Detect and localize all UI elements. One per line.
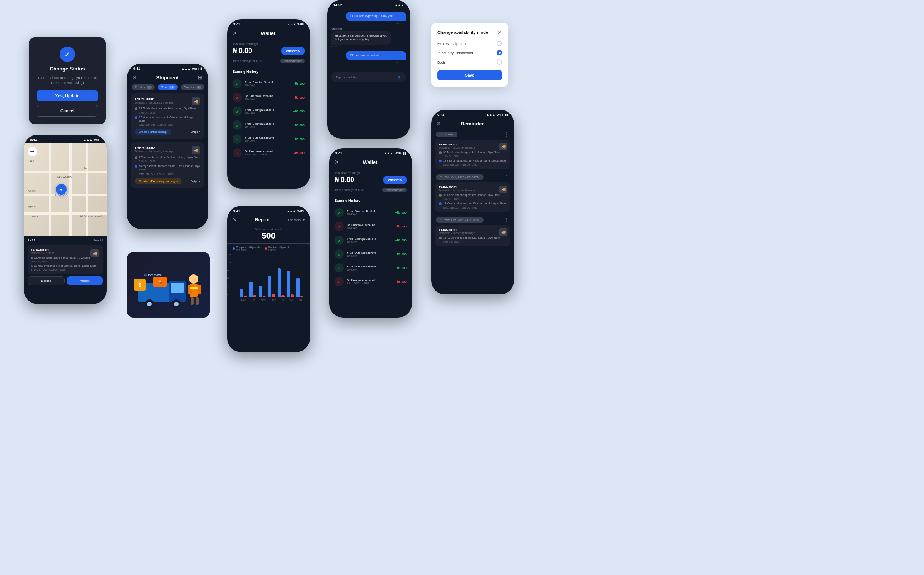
clock-icon: ⏱ — [440, 133, 443, 136]
svg-point-4 — [147, 302, 152, 306]
signal-icon: ▲▲▲ — [181, 67, 191, 70]
signal-icon: ▲▲▲ — [384, 152, 393, 155]
option-express[interactable]: Express shipment — [437, 41, 502, 46]
bar-sat-red — [291, 294, 294, 297]
from-text: 32 Abiola street alapere ketu Ibadan, Oy… — [139, 107, 196, 110]
from-address: 32 Abiola street alapere ketu Ibadan, Oy… — [31, 256, 100, 259]
to-dot — [135, 165, 137, 168]
wallet-phone-top: 9:41 ▲▲▲ WiFi ✕ Wallet Available earning… — [227, 19, 310, 189]
svg-point-6 — [174, 302, 179, 306]
status-icons: ▲▲▲ — [395, 3, 404, 7]
earning-history-arrow[interactable]: → — [402, 198, 407, 203]
filter-icon[interactable]: ⊞ — [198, 74, 203, 80]
tab-ongoing[interactable]: Ongoing 0 — [181, 84, 204, 90]
chat-bubble-1: Hi! Ok I am expecting. Thank you. — [346, 12, 406, 21]
to-text: 12 Yisa omotunde street Victoria Island,… — [139, 115, 200, 122]
decline-button[interactable]: Decline — [28, 276, 65, 285]
close-icon[interactable]: ✕ — [233, 217, 237, 223]
bar-thur-red — [272, 294, 275, 297]
amount-row: ₦ 0.00 Withdraw — [233, 47, 305, 55]
reminder-dots-2[interactable]: ⋮ — [504, 174, 509, 180]
total-earnings-text: Total earnings: ₦ 0.00 — [233, 59, 262, 63]
week-selector[interactable]: This week ▾ — [288, 218, 305, 222]
map-phone: 9:41 ▲▲▲ WiFi IJAIYE OLOWOIRA Agege MAGO… — [24, 135, 107, 304]
legend-dot-red — [265, 247, 267, 250]
chat-bubble-3: Ok I am coming outside. — [346, 51, 406, 60]
cancel-button[interactable]: Cancel — [37, 105, 98, 117]
radio-both[interactable] — [497, 59, 502, 65]
earning-details: From Obenga Bankole 10:40AM — [347, 251, 392, 257]
reminder-dots-3[interactable]: ⋮ — [504, 217, 509, 223]
etd-text: ETD: 24th Oct - 27th Oct, 2023 — [139, 173, 200, 176]
time-label: 9:41 — [335, 151, 342, 155]
map-list: 1 of 1 See All FARA-00001 Domestic - Exp… — [24, 236, 107, 288]
withdraw-button[interactable]: Withdraw — [383, 176, 407, 184]
earning-details-3: From Gbenga Bankole 10:40AM — [245, 108, 290, 114]
swipe-button[interactable]: Swipe » — [191, 180, 200, 182]
card-id: FARA-00002 — [135, 146, 200, 150]
chat-bubble-2: Hi Lateef, I am outside. I tried calling… — [331, 31, 391, 45]
swipe-button[interactable]: Swipe » — [191, 130, 200, 133]
option-incountry[interactable]: In-country Shipmemnt — [437, 50, 502, 55]
earning-history-header: Earning History → — [329, 196, 412, 206]
status-icons: ▲▲▲ WiFi — [286, 23, 304, 26]
reminder-section-1-header: ⏱ 3 days ⋮ — [431, 129, 514, 140]
option-both[interactable]: Both — [437, 59, 502, 65]
legend-completed: Completed shipments 500 (80%) — [233, 246, 260, 251]
close-icon[interactable]: ✕ — [335, 159, 339, 165]
radio-incountry[interactable] — [497, 50, 502, 55]
send-button[interactable]: ➤ — [398, 74, 402, 80]
signal-icon: ▲▲▲ — [286, 23, 296, 26]
map-label-agege: Agege — [28, 189, 36, 192]
tab-pending[interactable]: Pending 0 — [132, 84, 155, 90]
shipment-phone: 9:41 ▲▲▲ WiFi ▮ ✕ Shipment ⊞ Pending 0 T… — [127, 64, 208, 229]
r-earning-item-2: ↗ To Faramove account 10:40AM -₦5,000 — [329, 219, 412, 233]
see-all-link[interactable]: See All — [93, 239, 103, 242]
badge-label-3: 29th Oct, 2023 • 03:00PM — [444, 218, 480, 222]
reminder-dots-1[interactable]: ⋮ — [504, 131, 509, 137]
availability-modal: Change availability mode ✕ Express shipm… — [431, 23, 508, 87]
signal-icon: ▲▲▲ — [395, 3, 404, 7]
bar-group-thur — [268, 276, 275, 297]
reminder-section-3-header: ⏱ 29th Oct, 2023 • 03:00PM ⋮ — [431, 214, 514, 225]
withdraw-button[interactable]: Withdraw — [281, 47, 305, 55]
tab-ongoing-label: Ongoing — [184, 85, 196, 89]
status-icons: ▲▲▲ WiFi — [83, 138, 100, 142]
chat-input-area[interactable]: Type something ➤ — [331, 72, 406, 82]
chat-messages: Hi! Ok I am expecting. Thank you. 14:22 … — [327, 8, 410, 70]
menu-button[interactable] — [28, 147, 37, 156]
close-icon[interactable]: ✕ — [132, 74, 137, 80]
option-incountry-label: In-country Shipmemnt — [437, 51, 473, 55]
status-row: Created (Preparing package) Swipe » — [135, 178, 200, 184]
earning-history-arrow[interactable]: → — [300, 69, 305, 74]
earning-details: To Faramove account 10:40AM — [347, 223, 393, 229]
accept-button[interactable]: Accept — [67, 276, 103, 285]
etd-text: ETD: 29th Oct - 31st Oct, 2023 — [139, 124, 200, 126]
reminder-phone: 9:41 ▲▲▲ WiFi ▮▮ ✕ Reminder ⏱ 3 days ⋮ 🚚… — [431, 110, 514, 294]
earning-details-2: To Faramove account 10:40AM — [245, 94, 291, 100]
signal-icon: ▲▲▲ — [83, 138, 92, 142]
balance-section: Available earnings ₦ 0.00 Withdraw — [227, 38, 310, 57]
svg-rect-14 — [198, 285, 201, 294]
earning-item-6: ↗ To Faramove account 8 Apr, 2022 1:49PM… — [227, 146, 310, 160]
y-label-15k: 15k — [227, 253, 231, 256]
close-icon[interactable]: ✕ — [497, 29, 502, 35]
bar-group-sun — [296, 278, 303, 297]
truck-icon: 🚚 — [499, 143, 507, 150]
tab-task-badge: 10 — [169, 86, 175, 89]
time-badge-2: ⏱ 29th Oct, 2023 • 03:00PM — [436, 174, 484, 180]
chat-msg-2: Simmsola Hi Lateef, I am outside. I trie… — [331, 28, 391, 48]
close-icon[interactable]: ✕ — [233, 30, 237, 36]
screen-title: Shipment — [156, 75, 179, 80]
yes-update-button[interactable]: Yes, Update — [37, 90, 98, 101]
wifi-icon: WiFi — [297, 209, 304, 213]
earning-details: To Faramove account 8 Apr, 2022 1:49PM — [347, 279, 393, 285]
close-icon[interactable]: ✕ — [437, 120, 441, 127]
time-label: 9:41 — [233, 22, 240, 26]
commission-badge: Commission 0% — [382, 188, 407, 192]
save-button[interactable]: Save — [437, 70, 502, 80]
tab-task[interactable]: Task 10 — [158, 84, 177, 90]
check-icon: ✓ — [60, 47, 75, 62]
radio-express[interactable] — [497, 41, 502, 46]
earning-details-4: From Obenga Bankole 10:40AM — [245, 122, 290, 128]
